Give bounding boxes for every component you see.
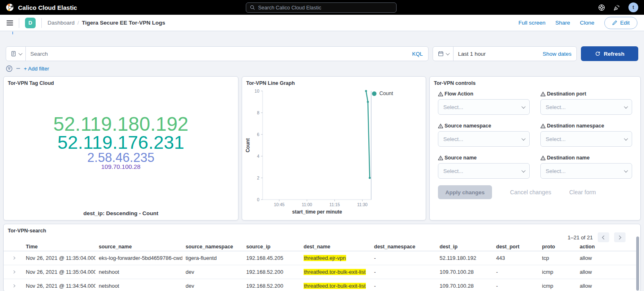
warning-icon [540,91,546,97]
chevron-down-icon [522,105,526,109]
expand-row-button[interactable] [4,271,23,273]
tag-cloud-word[interactable]: 52.119.176.231 [57,134,184,152]
control-select[interactable]: Select... [540,99,632,115]
cell-source_name: netshoot [95,283,182,289]
cell-time: Nov 26, 2021 @ 11:35:04.000 [23,255,95,261]
avatar[interactable]: t [628,2,638,12]
clone-link[interactable]: Clone [580,20,594,26]
search-input[interactable]: Search [26,51,52,57]
table-row: Nov 26, 2021 @ 11:35:04.000eks-log-forwa… [4,251,636,265]
tag-cloud-word[interactable]: 2.58.46.235 [87,152,154,164]
next-page-button[interactable] [614,232,626,242]
saved-query-menu-button[interactable] [6,47,26,61]
control-select[interactable]: Select... [438,131,530,147]
add-filter-link[interactable]: + Add filter [24,66,49,72]
column-header-proto[interactable]: proto [539,244,576,250]
cell-time: Nov 26, 2021 @ 11:35:04.000 [23,269,95,275]
breadcrumb-dashboard[interactable]: Dashboard [48,20,75,26]
chevron-right-icon [11,284,15,287]
svg-text:4: 4 [257,154,259,159]
control-label-text: Source name [444,155,477,161]
control-select[interactable]: Select... [438,99,530,115]
full-screen-link[interactable]: Full screen [518,20,545,26]
warning-icon [438,91,443,97]
chart-legend[interactable]: Count [372,91,393,96]
kql-toggle[interactable]: KQL [407,51,428,57]
panel-title: Tor-VPN Line Graph [242,77,426,86]
control-select[interactable]: Select... [540,163,632,179]
vertical-scrollbar[interactable] [636,236,639,291]
edit-button[interactable]: Edit [604,17,637,29]
control-label-text: Destination namespace [547,123,604,129]
warning-icon [540,123,546,129]
svg-text:10: 10 [254,89,259,93]
svg-text:6: 6 [257,132,259,137]
global-search-input[interactable]: Search Calico Cloud Elastic [246,2,397,13]
clear-form-button[interactable]: Clear form [569,189,596,196]
select-placeholder: Select... [443,136,463,142]
top-app-bar: Calico Cloud Elastic Search Calico Cloud… [0,0,644,15]
table-row: Nov 26, 2021 @ 11:35:04.000netshootdev19… [4,265,636,279]
cell-action: allow [576,255,636,261]
highlighted-value: threatfeed.tor-bulk-exit-list [304,269,366,275]
control-label: Flow Action [438,91,530,97]
previous-page-button[interactable] [598,232,609,242]
tag-cloud-caption: dest_ip: Descending - Count [4,210,238,216]
svg-text:0: 0 [257,197,259,202]
expand-row-button[interactable] [4,284,23,287]
svg-text:Count: Count [245,138,251,152]
apply-changes-button[interactable]: Apply changes [438,185,492,199]
breadcrumb: Dashboard / Tigera Secure EE Tor-VPN Log… [48,20,165,26]
column-header-dest_namespace[interactable]: dest_namespace [371,244,436,250]
cell-source_namespace: dev [182,283,243,289]
cell-proto: icmp [539,283,576,289]
query-bar: Search KQL Last 1 hour Show dates Refres… [6,46,638,61]
select-placeholder: Select... [443,168,463,174]
newsfeed-icon[interactable] [613,4,620,11]
column-header-dest_name[interactable]: dest_name [300,244,371,250]
chevron-down-icon [624,168,628,173]
cell-source_name: eks-log-forwarder-5bd4659786-cwd2r [95,255,182,261]
column-header-source_name[interactable]: source_name [95,244,182,250]
chevron-down-icon [18,51,22,55]
cell-dest_ip: 109.70.100.28 [436,269,493,275]
chevron-right-icon [11,257,15,259]
column-header-dest_port[interactable]: dest_port [493,244,539,250]
control-label-text: Source namespace [444,123,491,129]
pagination: 1–21 of 21 [568,232,626,242]
search-table-panel: Tor-VPN-search 1–21 of 21 Timesource_nam… [3,224,641,291]
show-dates-link[interactable]: Show dates [537,51,576,57]
column-header-action[interactable]: action [576,244,636,250]
column-header-source_ip[interactable]: source_ip [243,244,300,250]
calendar-menu-button[interactable] [433,47,454,61]
tag-cloud-word[interactable]: 52.119.180.192 [53,114,188,134]
share-link[interactable]: Share [555,20,570,26]
filter-icon[interactable] [6,65,13,72]
kql-search-bar: Search KQL [6,46,429,61]
dashboard-app-badge[interactable]: D [25,18,36,28]
calico-logo-icon [6,3,14,11]
column-header-time[interactable]: Time [23,244,95,250]
chevron-right-icon [617,235,621,239]
edit-button-label: Edit [620,20,630,26]
time-range-value[interactable]: Last 1 hour [454,51,490,57]
saved-query-icon [11,51,16,57]
tag-cloud-word[interactable]: 109.70.100.28 [101,164,141,170]
column-header-dest_ip[interactable]: dest_ip [436,244,493,250]
pagination-label: 1–21 of 21 [568,234,593,241]
cell-dest_namespace: - [371,283,436,289]
topbar-right: t [598,2,638,12]
legend-label: Count [379,91,393,96]
cancel-changes-button[interactable]: Cancel changes [510,189,551,196]
expand-row-button[interactable] [4,257,23,259]
menu-icon[interactable] [7,20,13,25]
control-select[interactable]: Select... [438,163,530,179]
divider [41,18,42,28]
breadcrumb-separator: / [77,20,79,26]
help-icon[interactable] [598,4,605,11]
control-select[interactable]: Select... [540,131,632,147]
divider [19,18,19,28]
refresh-button[interactable]: Refresh [581,46,638,61]
column-header-source_namespace[interactable]: source_namespace [182,244,243,250]
table-body: Nov 26, 2021 @ 11:35:04.000eks-log-forwa… [4,251,636,291]
